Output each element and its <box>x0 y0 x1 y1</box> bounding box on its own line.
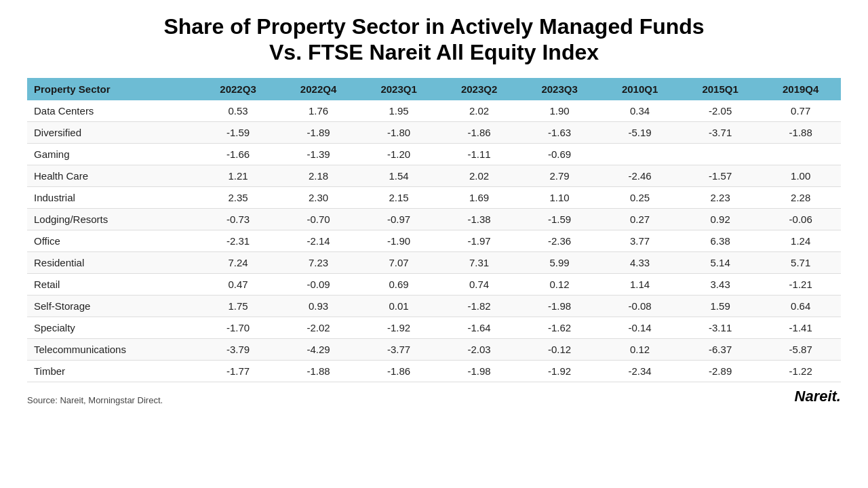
cell-value: 2.02 <box>439 165 519 186</box>
title-line2: Vs. FTSE Nareit All Equity Index <box>269 40 599 64</box>
cell-value: -1.11 <box>439 143 519 165</box>
source-text: Source: Nareit, Morningstar Direct. <box>27 395 163 405</box>
cell-value: -1.90 <box>359 230 439 251</box>
header-2022Q4: 2022Q4 <box>278 78 359 100</box>
cell-value <box>760 143 841 165</box>
cell-value: -2.02 <box>278 317 359 338</box>
cell-value: 0.12 <box>599 338 680 360</box>
page-title: Share of Property Sector in Actively Man… <box>163 14 704 78</box>
cell-value: -3.77 <box>359 338 439 360</box>
cell-value: 0.25 <box>599 186 680 208</box>
cell-value: -0.69 <box>519 143 600 165</box>
cell-value: -2.31 <box>198 230 279 251</box>
cell-value: 7.07 <box>359 251 439 273</box>
cell-value: 3.77 <box>599 230 680 251</box>
cell-value: 1.90 <box>519 100 600 122</box>
cell-value: -1.57 <box>680 165 761 186</box>
cell-value: 1.21 <box>198 165 279 186</box>
cell-value: -2.89 <box>680 360 761 382</box>
cell-value: 1.59 <box>680 295 761 317</box>
cell-value: 1.75 <box>198 295 279 317</box>
table-body: Data Centers0.531.761.952.021.900.34-2.0… <box>27 100 841 382</box>
cell-value: -1.88 <box>760 121 841 143</box>
cell-value: 0.34 <box>599 100 680 122</box>
table-row: Industrial2.352.302.151.691.100.252.232.… <box>27 186 841 208</box>
cell-value: -4.29 <box>278 338 359 360</box>
data-table: Property Sector2022Q32022Q42023Q12023Q22… <box>27 78 841 382</box>
cell-value: 2.02 <box>439 100 519 122</box>
sector-name: Industrial <box>27 186 198 208</box>
table-row: Diversified-1.59-1.89-1.80-1.86-1.63-5.1… <box>27 121 841 143</box>
cell-value: 3.43 <box>680 273 761 295</box>
cell-value: -0.08 <box>599 295 680 317</box>
table-row: Timber-1.77-1.88-1.86-1.98-1.92-2.34-2.8… <box>27 360 841 382</box>
cell-value: 0.01 <box>359 295 439 317</box>
sector-name: Specialty <box>27 317 198 338</box>
cell-value: 2.30 <box>278 186 359 208</box>
cell-value: -1.70 <box>198 317 279 338</box>
table-row: Retail0.47-0.090.690.740.121.143.43-1.21 <box>27 273 841 295</box>
cell-value: -1.62 <box>519 317 600 338</box>
table-row: Gaming-1.66-1.39-1.20-1.11-0.69 <box>27 143 841 165</box>
cell-value: 0.53 <box>198 100 279 122</box>
cell-value: 0.64 <box>760 295 841 317</box>
cell-value: 2.15 <box>359 186 439 208</box>
cell-value: -1.98 <box>519 295 600 317</box>
cell-value: -1.41 <box>760 317 841 338</box>
cell-value: 2.18 <box>278 165 359 186</box>
cell-value: 1.14 <box>599 273 680 295</box>
cell-value: -0.73 <box>198 208 279 230</box>
sector-name: Diversified <box>27 121 198 143</box>
cell-value: -3.71 <box>680 121 761 143</box>
cell-value: -1.82 <box>439 295 519 317</box>
sector-name: Data Centers <box>27 100 198 122</box>
cell-value: -1.97 <box>439 230 519 251</box>
cell-value: -0.12 <box>519 338 600 360</box>
cell-value: -5.87 <box>760 338 841 360</box>
cell-value: 1.00 <box>760 165 841 186</box>
sector-name: Self-Storage <box>27 295 198 317</box>
cell-value: 2.23 <box>680 186 761 208</box>
table-row: Specialty-1.70-2.02-1.92-1.64-1.62-0.14-… <box>27 317 841 338</box>
cell-value: -1.59 <box>198 121 279 143</box>
cell-value: 2.79 <box>519 165 600 186</box>
cell-value: 1.76 <box>278 100 359 122</box>
header-2019Q4: 2019Q4 <box>760 78 841 100</box>
cell-value: 7.24 <box>198 251 279 273</box>
sector-name: Lodging/Resorts <box>27 208 198 230</box>
cell-value: 5.14 <box>680 251 761 273</box>
cell-value: 4.33 <box>599 251 680 273</box>
cell-value: 0.93 <box>278 295 359 317</box>
table-row: Self-Storage1.750.930.01-1.82-1.98-0.081… <box>27 295 841 317</box>
footer: Source: Nareit, Morningstar Direct. Nare… <box>27 388 841 405</box>
cell-value: 1.95 <box>359 100 439 122</box>
nareit-logo: Nareit. <box>795 388 841 405</box>
table-row: Data Centers0.531.761.952.021.900.34-2.0… <box>27 100 841 122</box>
cell-value: 2.28 <box>760 186 841 208</box>
cell-value: -1.89 <box>278 121 359 143</box>
cell-value: -1.86 <box>439 121 519 143</box>
cell-value: 1.54 <box>359 165 439 186</box>
table-row: Office-2.31-2.14-1.90-1.97-2.363.776.381… <box>27 230 841 251</box>
sector-name: Gaming <box>27 143 198 165</box>
cell-value: -2.05 <box>680 100 761 122</box>
title-line1: Share of Property Sector in Actively Man… <box>163 14 704 39</box>
cell-value: -2.34 <box>599 360 680 382</box>
cell-value: -1.39 <box>278 143 359 165</box>
table-row: Lodging/Resorts-0.73-0.70-0.97-1.38-1.59… <box>27 208 841 230</box>
cell-value: -0.09 <box>278 273 359 295</box>
cell-value: -0.14 <box>599 317 680 338</box>
cell-value: 2.35 <box>198 186 279 208</box>
cell-value: -0.97 <box>359 208 439 230</box>
header-property-sector: Property Sector <box>27 78 198 100</box>
cell-value: 1.24 <box>760 230 841 251</box>
cell-value: -0.06 <box>760 208 841 230</box>
cell-value: -1.64 <box>439 317 519 338</box>
sector-name: Timber <box>27 360 198 382</box>
cell-value: -1.77 <box>198 360 279 382</box>
cell-value: -1.22 <box>760 360 841 382</box>
cell-value: 0.69 <box>359 273 439 295</box>
cell-value: -1.92 <box>359 317 439 338</box>
table-header: Property Sector2022Q32022Q42023Q12023Q22… <box>27 78 841 100</box>
header-2023Q1: 2023Q1 <box>359 78 439 100</box>
